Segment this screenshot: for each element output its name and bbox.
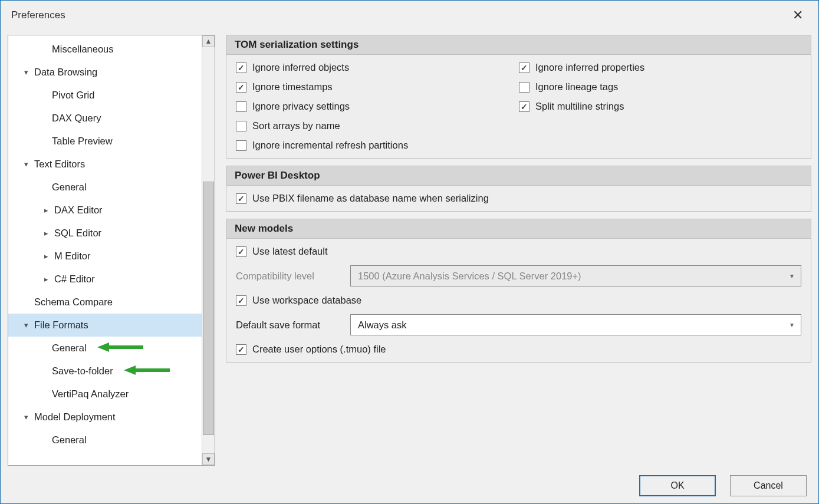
row-save-format: Default save format Always ask ▾ bbox=[236, 314, 801, 335]
tree-node-label: Schema Compare bbox=[34, 297, 113, 308]
tree-node[interactable]: General bbox=[8, 337, 202, 360]
group-newmodels: New models Use latest default Compatibil… bbox=[226, 219, 811, 363]
group-header-pbi: Power BI Desktop bbox=[226, 166, 811, 186]
tree-node[interactable]: ▾Model Deployment bbox=[8, 406, 202, 429]
label-tmuo: Create user options (.tmuo) file bbox=[252, 344, 386, 355]
annotation-arrow-icon bbox=[124, 365, 171, 378]
tree-scrollbar[interactable]: ▲ ▼ bbox=[202, 35, 215, 465]
cancel-button[interactable]: Cancel bbox=[730, 475, 807, 496]
dialog-footer: OK Cancel bbox=[1, 468, 818, 503]
expander-closed-icon[interactable]: ▸ bbox=[41, 229, 51, 238]
expander-closed-icon[interactable]: ▸ bbox=[41, 275, 51, 284]
tree-node[interactable]: ▸C# Editor bbox=[8, 268, 202, 291]
tree-node[interactable]: General bbox=[8, 176, 202, 199]
tom-option[interactable]: Ignore timestamps bbox=[236, 81, 519, 93]
checkbox-tmuo[interactable] bbox=[236, 344, 246, 355]
window-title: Preferences bbox=[11, 9, 65, 21]
option-label: Ignore timestamps bbox=[252, 81, 333, 93]
close-icon[interactable]: ✕ bbox=[788, 5, 808, 25]
checkbox-use-latest[interactable] bbox=[236, 246, 246, 257]
tom-option[interactable]: Split multiline strings bbox=[519, 101, 801, 112]
tree-node[interactable]: ▸DAX Editor bbox=[8, 199, 202, 222]
row-tmuo[interactable]: Create user options (.tmuo) file bbox=[236, 344, 801, 355]
label-use-latest: Use latest default bbox=[252, 246, 328, 257]
tom-options-grid: Ignore inferred objectsIgnore inferred p… bbox=[236, 62, 801, 151]
tree-node[interactable]: ▾File Formats bbox=[8, 314, 202, 337]
tom-option[interactable]: Ignore privacy settings bbox=[236, 101, 519, 112]
tree-node[interactable]: Save-to-folder bbox=[8, 360, 202, 383]
expander-open-icon[interactable]: ▾ bbox=[21, 68, 31, 77]
tom-option[interactable]: Ignore inferred objects bbox=[236, 62, 519, 73]
annotation-arrow-icon bbox=[97, 342, 144, 355]
option-label: Ignore lineage tags bbox=[535, 81, 618, 93]
tree-node-label: Text Editors bbox=[34, 159, 85, 170]
tree-node-label: Data Browsing bbox=[34, 67, 97, 78]
group-pbi: Power BI Desktop Use PBIX filename as da… bbox=[226, 166, 811, 212]
svg-marker-1 bbox=[97, 342, 109, 352]
tree-node[interactable]: ▾Text Editors bbox=[8, 153, 202, 176]
checkbox[interactable] bbox=[236, 121, 246, 131]
scroll-thumb[interactable] bbox=[203, 182, 214, 435]
tree-node[interactable]: VertiPaq Analyzer bbox=[8, 383, 202, 406]
expander-closed-icon[interactable]: ▸ bbox=[41, 206, 51, 215]
checkbox[interactable] bbox=[519, 62, 529, 73]
svg-marker-3 bbox=[124, 365, 136, 375]
tom-option[interactable]: Ignore lineage tags bbox=[519, 81, 801, 93]
tree-node[interactable]: Pivot Grid bbox=[8, 84, 202, 107]
tom-option[interactable]: Sort arrays by name bbox=[236, 120, 519, 131]
row-use-latest[interactable]: Use latest default bbox=[236, 246, 801, 257]
tree-node[interactable]: ▸SQL Editor bbox=[8, 222, 202, 245]
tree-node[interactable]: DAX Query bbox=[8, 107, 202, 130]
tree-node-label: DAX Query bbox=[52, 113, 101, 124]
expander-open-icon[interactable]: ▾ bbox=[21, 160, 31, 169]
checkbox[interactable] bbox=[236, 101, 246, 112]
checkbox-use-workspace[interactable] bbox=[236, 295, 246, 306]
tree-node[interactable]: Table Preview bbox=[8, 130, 202, 153]
tree-node[interactable]: Miscellaneous bbox=[8, 38, 202, 61]
chevron-down-icon: ▾ bbox=[790, 272, 794, 280]
preferences-dialog: Preferences ✕ Miscellaneous▾Data Browsin… bbox=[0, 0, 819, 504]
nav-tree[interactable]: Miscellaneous▾Data BrowsingPivot GridDAX… bbox=[8, 35, 202, 465]
label-pbix-filename: Use PBIX filename as database name when … bbox=[252, 193, 489, 204]
tree-node[interactable]: ▾Data Browsing bbox=[8, 61, 202, 84]
combo-compat-value: 1500 (Azure Analysis Services / SQL Serv… bbox=[358, 271, 581, 282]
checkbox[interactable] bbox=[236, 62, 246, 73]
checkbox[interactable] bbox=[519, 82, 529, 93]
group-tom: TOM serialization settings Ignore inferr… bbox=[226, 35, 811, 159]
expander-closed-icon[interactable]: ▸ bbox=[41, 252, 51, 261]
row-use-workspace[interactable]: Use workspace database bbox=[236, 295, 801, 306]
pbi-option-row[interactable]: Use PBIX filename as database name when … bbox=[236, 193, 801, 204]
option-label: Ignore inferred objects bbox=[252, 62, 349, 73]
checkbox[interactable] bbox=[519, 101, 529, 112]
tree-node-label: Model Deployment bbox=[34, 411, 116, 423]
combo-compat-level: 1500 (Azure Analysis Services / SQL Serv… bbox=[350, 265, 801, 286]
tree-node[interactable]: General bbox=[8, 429, 202, 452]
row-compat-level: Compatibility level 1500 (Azure Analysis… bbox=[236, 265, 801, 286]
tree-node-label: DAX Editor bbox=[54, 205, 103, 216]
scroll-up-icon[interactable]: ▲ bbox=[202, 35, 215, 47]
scroll-down-icon[interactable]: ▼ bbox=[202, 453, 215, 465]
tom-option[interactable]: Ignore incremental refresh partitions bbox=[236, 140, 519, 151]
group-header-tom: TOM serialization settings bbox=[226, 35, 811, 55]
expander-open-icon[interactable]: ▾ bbox=[21, 413, 31, 421]
checkbox[interactable] bbox=[236, 140, 246, 151]
nav-tree-container: Miscellaneous▾Data BrowsingPivot GridDAX… bbox=[8, 35, 215, 466]
ok-button[interactable]: OK bbox=[639, 475, 716, 496]
tree-node-label: VertiPaq Analyzer bbox=[52, 388, 129, 400]
label-compat-level: Compatibility level bbox=[236, 271, 342, 282]
chevron-down-icon[interactable]: ▾ bbox=[790, 321, 794, 329]
tree-node-label: General bbox=[52, 342, 87, 354]
tree-node-label: M Editor bbox=[54, 251, 90, 262]
tom-option[interactable]: Ignore inferred properties bbox=[519, 62, 801, 73]
tree-node-label: Miscellaneous bbox=[52, 44, 114, 55]
tree-node-label: File Formats bbox=[34, 319, 88, 331]
checkbox-pbix-filename[interactable] bbox=[236, 193, 246, 204]
combo-save-format[interactable]: Always ask ▾ bbox=[350, 314, 801, 335]
tree-node-label: Table Preview bbox=[52, 136, 113, 147]
scroll-track[interactable] bbox=[202, 47, 215, 453]
checkbox[interactable] bbox=[236, 82, 246, 93]
dialog-content: Miscellaneous▾Data BrowsingPivot GridDAX… bbox=[1, 30, 818, 468]
tree-node[interactable]: Schema Compare bbox=[8, 291, 202, 314]
tree-node[interactable]: ▸M Editor bbox=[8, 245, 202, 268]
expander-open-icon[interactable]: ▾ bbox=[21, 321, 31, 330]
